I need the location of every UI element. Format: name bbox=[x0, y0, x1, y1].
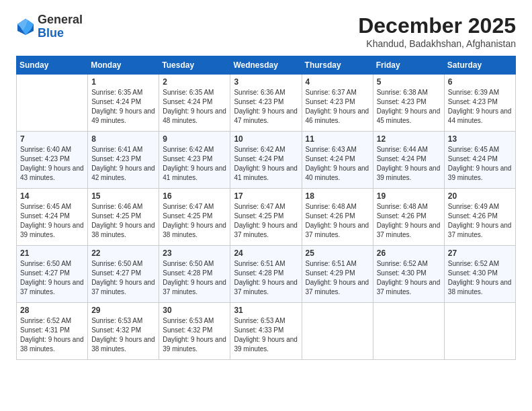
day-number: 3 bbox=[234, 77, 298, 87]
calendar-cell bbox=[444, 303, 515, 360]
day-info: Sunrise: 6:49 AM Sunset: 4:26 PM Dayligh… bbox=[448, 202, 512, 240]
day-info: Sunrise: 6:35 AM Sunset: 4:24 PM Dayligh… bbox=[163, 88, 226, 126]
day-number: 29 bbox=[91, 306, 155, 315]
day-number: 24 bbox=[234, 248, 298, 258]
calendar-cell: 19Sunrise: 6:48 AM Sunset: 4:26 PM Dayli… bbox=[373, 189, 444, 246]
day-number: 11 bbox=[306, 134, 369, 144]
calendar-cell: 24Sunrise: 6:51 AM Sunset: 4:28 PM Dayli… bbox=[230, 246, 302, 303]
page: General Blue December 2025 Khandud, Bada… bbox=[0, 0, 532, 373]
day-number: 27 bbox=[448, 248, 512, 258]
col-wednesday: Wednesday bbox=[230, 56, 302, 75]
location: Khandud, Badakhshan, Afghanistan bbox=[358, 38, 516, 49]
day-number: 13 bbox=[448, 134, 512, 144]
day-number: 25 bbox=[306, 248, 369, 258]
day-number: 15 bbox=[91, 191, 155, 201]
calendar-header-row: Sunday Monday Tuesday Wednesday Thursday… bbox=[17, 56, 516, 75]
day-number: 16 bbox=[163, 191, 226, 201]
day-number: 19 bbox=[377, 191, 441, 201]
calendar-week-row: 7Sunrise: 6:40 AM Sunset: 4:23 PM Daylig… bbox=[17, 132, 516, 189]
day-number: 31 bbox=[234, 306, 298, 315]
day-number: 8 bbox=[91, 134, 155, 144]
logo-icon bbox=[16, 17, 35, 36]
day-number: 1 bbox=[91, 77, 155, 87]
col-thursday: Thursday bbox=[302, 56, 373, 75]
day-number: 23 bbox=[163, 248, 226, 258]
day-info: Sunrise: 6:42 AM Sunset: 4:23 PM Dayligh… bbox=[163, 145, 226, 183]
day-number: 7 bbox=[20, 134, 84, 144]
day-info: Sunrise: 6:51 AM Sunset: 4:28 PM Dayligh… bbox=[234, 259, 298, 297]
logo-text: General Blue bbox=[38, 13, 83, 40]
calendar-cell: 11Sunrise: 6:43 AM Sunset: 4:24 PM Dayli… bbox=[302, 132, 373, 189]
day-number: 30 bbox=[163, 306, 226, 315]
calendar-week-row: 14Sunrise: 6:45 AM Sunset: 4:24 PM Dayli… bbox=[17, 189, 516, 246]
day-info: Sunrise: 6:35 AM Sunset: 4:24 PM Dayligh… bbox=[91, 88, 155, 126]
calendar-cell: 29Sunrise: 6:53 AM Sunset: 4:32 PM Dayli… bbox=[88, 303, 159, 360]
day-info: Sunrise: 6:44 AM Sunset: 4:24 PM Dayligh… bbox=[377, 145, 441, 183]
calendar-cell: 26Sunrise: 6:52 AM Sunset: 4:30 PM Dayli… bbox=[373, 246, 444, 303]
calendar-cell bbox=[373, 303, 444, 360]
calendar-cell: 27Sunrise: 6:52 AM Sunset: 4:30 PM Dayli… bbox=[444, 246, 515, 303]
day-info: Sunrise: 6:45 AM Sunset: 4:24 PM Dayligh… bbox=[20, 202, 84, 240]
calendar-cell: 23Sunrise: 6:50 AM Sunset: 4:28 PM Dayli… bbox=[159, 246, 230, 303]
day-info: Sunrise: 6:39 AM Sunset: 4:23 PM Dayligh… bbox=[448, 88, 512, 126]
calendar-cell: 12Sunrise: 6:44 AM Sunset: 4:24 PM Dayli… bbox=[373, 132, 444, 189]
calendar-cell bbox=[17, 75, 88, 132]
col-sunday: Sunday bbox=[17, 56, 88, 75]
day-number: 20 bbox=[448, 191, 512, 201]
day-number: 5 bbox=[377, 77, 441, 87]
calendar-cell bbox=[302, 303, 373, 360]
calendar-cell: 13Sunrise: 6:45 AM Sunset: 4:24 PM Dayli… bbox=[444, 132, 515, 189]
calendar-cell: 4Sunrise: 6:37 AM Sunset: 4:23 PM Daylig… bbox=[302, 75, 373, 132]
day-info: Sunrise: 6:53 AM Sunset: 4:33 PM Dayligh… bbox=[234, 316, 298, 354]
calendar: Sunday Monday Tuesday Wednesday Thursday… bbox=[16, 56, 516, 360]
day-number: 10 bbox=[234, 134, 298, 144]
logo: General Blue bbox=[16, 13, 83, 40]
day-info: Sunrise: 6:38 AM Sunset: 4:23 PM Dayligh… bbox=[377, 88, 441, 126]
day-info: Sunrise: 6:52 AM Sunset: 4:30 PM Dayligh… bbox=[377, 259, 441, 297]
calendar-cell: 22Sunrise: 6:50 AM Sunset: 4:27 PM Dayli… bbox=[88, 246, 159, 303]
day-number: 4 bbox=[306, 77, 369, 87]
calendar-week-row: 21Sunrise: 6:50 AM Sunset: 4:27 PM Dayli… bbox=[17, 246, 516, 303]
calendar-cell: 28Sunrise: 6:52 AM Sunset: 4:31 PM Dayli… bbox=[17, 303, 88, 360]
day-number: 12 bbox=[377, 134, 441, 144]
day-number: 9 bbox=[163, 134, 226, 144]
calendar-cell: 10Sunrise: 6:42 AM Sunset: 4:24 PM Dayli… bbox=[230, 132, 302, 189]
day-info: Sunrise: 6:53 AM Sunset: 4:32 PM Dayligh… bbox=[91, 316, 155, 354]
calendar-cell: 1Sunrise: 6:35 AM Sunset: 4:24 PM Daylig… bbox=[88, 75, 159, 132]
calendar-cell: 20Sunrise: 6:49 AM Sunset: 4:26 PM Dayli… bbox=[444, 189, 515, 246]
calendar-cell: 7Sunrise: 6:40 AM Sunset: 4:23 PM Daylig… bbox=[17, 132, 88, 189]
calendar-cell: 8Sunrise: 6:41 AM Sunset: 4:23 PM Daylig… bbox=[88, 132, 159, 189]
day-info: Sunrise: 6:43 AM Sunset: 4:24 PM Dayligh… bbox=[306, 145, 369, 183]
day-number: 17 bbox=[234, 191, 298, 201]
calendar-cell: 16Sunrise: 6:47 AM Sunset: 4:25 PM Dayli… bbox=[159, 189, 230, 246]
day-info: Sunrise: 6:48 AM Sunset: 4:26 PM Dayligh… bbox=[306, 202, 369, 240]
col-saturday: Saturday bbox=[444, 56, 515, 75]
day-number: 21 bbox=[20, 248, 84, 258]
calendar-cell: 25Sunrise: 6:51 AM Sunset: 4:29 PM Dayli… bbox=[302, 246, 373, 303]
day-number: 22 bbox=[91, 248, 155, 258]
calendar-cell: 30Sunrise: 6:53 AM Sunset: 4:32 PM Dayli… bbox=[159, 303, 230, 360]
day-info: Sunrise: 6:45 AM Sunset: 4:24 PM Dayligh… bbox=[448, 145, 512, 183]
day-number: 2 bbox=[163, 77, 226, 87]
calendar-cell: 31Sunrise: 6:53 AM Sunset: 4:33 PM Dayli… bbox=[230, 303, 302, 360]
day-number: 28 bbox=[20, 306, 84, 315]
day-number: 26 bbox=[377, 248, 441, 258]
calendar-week-row: 28Sunrise: 6:52 AM Sunset: 4:31 PM Dayli… bbox=[17, 303, 516, 360]
day-info: Sunrise: 6:50 AM Sunset: 4:27 PM Dayligh… bbox=[91, 259, 155, 297]
col-friday: Friday bbox=[373, 56, 444, 75]
day-number: 14 bbox=[20, 191, 84, 201]
calendar-cell: 6Sunrise: 6:39 AM Sunset: 4:23 PM Daylig… bbox=[444, 75, 515, 132]
day-info: Sunrise: 6:37 AM Sunset: 4:23 PM Dayligh… bbox=[306, 88, 369, 126]
calendar-week-row: 1Sunrise: 6:35 AM Sunset: 4:24 PM Daylig… bbox=[17, 75, 516, 132]
day-info: Sunrise: 6:48 AM Sunset: 4:26 PM Dayligh… bbox=[377, 202, 441, 240]
day-info: Sunrise: 6:53 AM Sunset: 4:32 PM Dayligh… bbox=[163, 316, 226, 354]
day-info: Sunrise: 6:42 AM Sunset: 4:24 PM Dayligh… bbox=[234, 145, 298, 183]
day-info: Sunrise: 6:40 AM Sunset: 4:23 PM Dayligh… bbox=[20, 145, 84, 183]
calendar-cell: 15Sunrise: 6:46 AM Sunset: 4:25 PM Dayli… bbox=[88, 189, 159, 246]
day-info: Sunrise: 6:50 AM Sunset: 4:28 PM Dayligh… bbox=[163, 259, 226, 297]
calendar-cell: 5Sunrise: 6:38 AM Sunset: 4:23 PM Daylig… bbox=[373, 75, 444, 132]
day-info: Sunrise: 6:47 AM Sunset: 4:25 PM Dayligh… bbox=[163, 202, 226, 240]
calendar-cell: 3Sunrise: 6:36 AM Sunset: 4:23 PM Daylig… bbox=[230, 75, 302, 132]
calendar-cell: 2Sunrise: 6:35 AM Sunset: 4:24 PM Daylig… bbox=[159, 75, 230, 132]
calendar-cell: 18Sunrise: 6:48 AM Sunset: 4:26 PM Dayli… bbox=[302, 189, 373, 246]
